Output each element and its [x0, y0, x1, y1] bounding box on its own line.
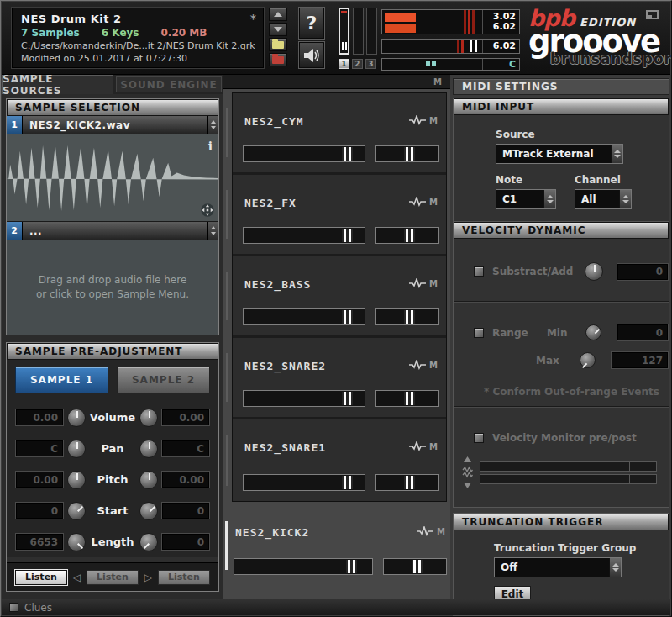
- slot-nes2-bass[interactable]: NES2_BASS M: [233, 256, 446, 338]
- spinner-icon[interactable]: [609, 558, 621, 577]
- slot-pan-slider[interactable]: [375, 390, 439, 407]
- kit-next-button[interactable]: [269, 23, 287, 36]
- start-value-2[interactable]: 0: [161, 502, 210, 519]
- volume-knob-1[interactable]: [67, 409, 86, 427]
- channel-1-button[interactable]: 1: [339, 59, 349, 69]
- subtract-add-value[interactable]: 0: [617, 263, 669, 281]
- tab-sample-sources[interactable]: SAMPLE SOURCES: [2, 75, 113, 94]
- pitch-knob-2[interactable]: [139, 471, 158, 489]
- pitch-value-1[interactable]: 0.00: [15, 471, 64, 488]
- pan-slider[interactable]: C: [381, 58, 520, 71]
- spinner-icon[interactable]: [611, 145, 622, 163]
- slot-pan-slider[interactable]: [375, 227, 439, 244]
- truncation-group-select[interactable]: Off: [494, 557, 622, 577]
- channel-3-button[interactable]: 3: [365, 59, 376, 69]
- help-button[interactable]: ?: [299, 8, 324, 39]
- kit-info-box[interactable]: NES Drum Kit 2 * 7 Samples 6 Keys 0.20 M…: [12, 8, 264, 68]
- volume-value-2[interactable]: 0.00: [161, 409, 210, 426]
- start-knob-2[interactable]: [139, 502, 158, 520]
- fine-tune-slider[interactable]: 6.02: [381, 39, 520, 54]
- resize-icon[interactable]: [646, 10, 659, 19]
- listen-sample1-button[interactable]: Listen: [15, 570, 67, 585]
- slot-level-slider[interactable]: [243, 474, 365, 491]
- subtract-add-knob[interactable]: [585, 262, 603, 281]
- source-select[interactable]: MTrack External: [496, 144, 623, 164]
- range-max-value[interactable]: 127: [611, 351, 669, 369]
- waveform-mini-icon[interactable]: [409, 278, 426, 288]
- length-value-2[interactable]: 0: [161, 533, 210, 551]
- slot-level-slider[interactable]: [234, 558, 373, 575]
- slot-nes2-kick2-selected[interactable]: NES2_KICK2 M: [232, 509, 447, 582]
- clues-checkbox[interactable]: [9, 603, 18, 612]
- range-checkbox[interactable]: [474, 328, 484, 338]
- waveform-display[interactable]: i: [7, 134, 218, 222]
- waveform-mini-icon[interactable]: [409, 197, 426, 207]
- pan-value-1[interactable]: C: [15, 440, 64, 457]
- open-kit-button[interactable]: [269, 38, 287, 51]
- volume-knob-2[interactable]: [139, 409, 158, 427]
- pitch-knob-1[interactable]: [67, 471, 86, 489]
- sample-2-button[interactable]: SAMPLE 2: [117, 367, 210, 393]
- kit-prev-button[interactable]: [269, 8, 287, 21]
- slot-nes2-snare1[interactable]: NES2_SNARE1 M: [233, 419, 446, 501]
- slot-nes2-fx[interactable]: NES2_FX M: [233, 175, 446, 256]
- fine-tune-handle[interactable]: [470, 40, 477, 52]
- waveform-mini-icon[interactable]: [409, 115, 426, 125]
- mute-toggle[interactable]: M: [429, 279, 438, 288]
- slot-level-slider[interactable]: [243, 227, 365, 244]
- listen-sample2-button[interactable]: Listen: [158, 570, 210, 585]
- pan-handle[interactable]: [426, 61, 436, 66]
- listen-both-button[interactable]: Listen: [87, 570, 139, 585]
- pan-knob-2[interactable]: [139, 440, 158, 458]
- channel-2-button[interactable]: 2: [352, 59, 363, 69]
- listen-prev-icon[interactable]: ◁: [73, 572, 81, 583]
- mute-toggle[interactable]: M: [429, 116, 438, 125]
- info-icon[interactable]: i: [208, 140, 213, 153]
- slot-nes2-cym[interactable]: NES2_CYM M: [233, 93, 446, 175]
- pan-knob-1[interactable]: [67, 440, 86, 458]
- sample-1-row[interactable]: 1 NES2_KICK2.wav: [7, 116, 218, 134]
- start-value-1[interactable]: 0: [15, 502, 64, 519]
- sample-1-spinner[interactable]: [207, 116, 218, 134]
- spinner-icon[interactable]: [543, 190, 555, 208]
- fader-handle[interactable]: [340, 42, 348, 50]
- velocity-monitor-checkbox[interactable]: [474, 433, 484, 443]
- channel-3-fader[interactable]: [366, 8, 377, 55]
- length-value-1[interactable]: 6653: [15, 533, 64, 551]
- slot-level-slider[interactable]: [243, 145, 365, 162]
- sample-2-row[interactable]: 2 ...: [7, 222, 218, 240]
- move-icon[interactable]: [201, 203, 214, 217]
- waveform-mini-icon[interactable]: [409, 441, 426, 451]
- spinner-icon[interactable]: [619, 190, 631, 208]
- start-knob-1[interactable]: [67, 502, 86, 520]
- slot-pan-slider[interactable]: [375, 474, 439, 491]
- mute-toggle[interactable]: M: [437, 527, 445, 536]
- pitch-value-2[interactable]: 0.00: [161, 471, 210, 488]
- range-min-value[interactable]: 0: [617, 324, 669, 341]
- range-max-knob[interactable]: [580, 352, 596, 368]
- mute-toggle[interactable]: M: [429, 361, 438, 370]
- slot-nes2-snare2[interactable]: NES2_SNARE2 M: [233, 338, 446, 419]
- mute-toggle[interactable]: M: [429, 198, 438, 207]
- slot-level-slider[interactable]: [243, 308, 365, 325]
- sample-drop-zone[interactable]: Drag and drop audio file here or click t…: [7, 240, 218, 335]
- save-kit-button[interactable]: [269, 53, 287, 66]
- pitch-meter[interactable]: 3.02 6.02: [381, 9, 520, 34]
- channel-2-fader[interactable]: [353, 8, 364, 55]
- master-mute-button[interactable]: [299, 42, 324, 68]
- channel-select[interactable]: All: [575, 189, 632, 209]
- mute-toggle[interactable]: M: [429, 442, 438, 451]
- slot-level-slider[interactable]: [243, 390, 365, 407]
- waveform-mini-icon[interactable]: [417, 526, 433, 536]
- volume-value-1[interactable]: 0.00: [15, 409, 64, 426]
- sample-1-button[interactable]: SAMPLE 1: [15, 367, 108, 393]
- channel-1-fader[interactable]: [339, 8, 349, 55]
- subtract-add-checkbox[interactable]: [474, 266, 484, 277]
- length-knob-1[interactable]: [67, 533, 86, 551]
- sample-2-spinner[interactable]: [207, 222, 218, 240]
- note-select[interactable]: C1: [496, 189, 556, 209]
- waveform-mini-icon[interactable]: [409, 360, 426, 370]
- pan-value-2[interactable]: C: [161, 440, 210, 457]
- length-knob-2[interactable]: [139, 533, 158, 551]
- tab-sound-engine[interactable]: SOUND ENGINE: [116, 76, 222, 92]
